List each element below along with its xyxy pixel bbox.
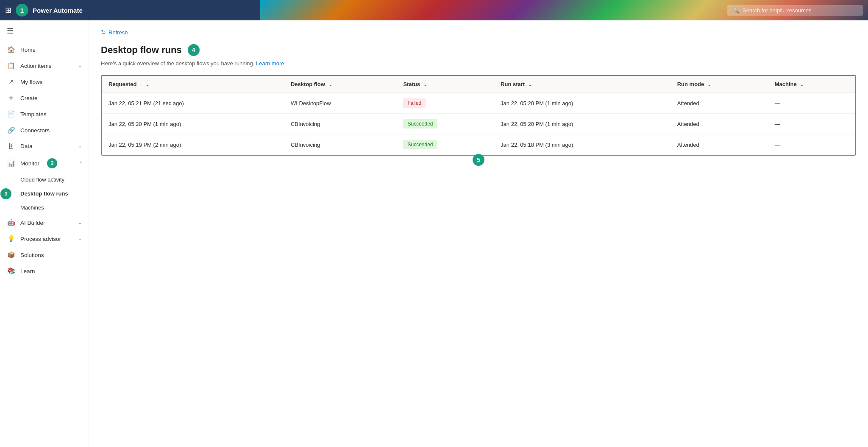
- table-row[interactable]: Jan 22, 05:20 PM (1 min ago) CBInvoicing…: [102, 114, 855, 134]
- sidebar-item-monitor[interactable]: 📊 Monitor 2 ^: [0, 154, 89, 173]
- home-icon: 🏠: [7, 46, 15, 53]
- cell-machine-1: —: [768, 114, 855, 134]
- process-advisor-icon: 💡: [7, 235, 15, 243]
- sidebar-sub-item-cloud-flow-activity[interactable]: Cloud flow activity: [0, 173, 89, 187]
- chevron-down-icon: ⌄: [145, 82, 149, 87]
- learn-icon: 📚: [7, 267, 15, 275]
- connectors-icon: 🔗: [7, 126, 15, 134]
- page-title: Desktop flow runs: [101, 45, 182, 56]
- main-layout: ☰ 🏠 Home 📋 Action items ⌄ ↗ My flows + C…: [0, 20, 868, 447]
- sidebar: ☰ 🏠 Home 📋 Action items ⌄ ↗ My flows + C…: [0, 20, 89, 447]
- chevron-down-icon: ⌄: [423, 82, 427, 87]
- sidebar-sub-item-desktop-flow-runs[interactable]: 3 Desktop flow runs: [0, 187, 89, 201]
- cloud-flow-activity-label: Cloud flow activity: [20, 176, 64, 183]
- search-input[interactable]: [743, 7, 858, 14]
- sidebar-label-solutions: Solutions: [20, 252, 44, 258]
- cell-requested-0: Jan 22, 05:21 PM (21 sec ago): [102, 93, 284, 114]
- step4-badge: 4: [188, 44, 200, 56]
- status-badge: Succeeded: [403, 119, 437, 129]
- page-subtitle: Here's a quick overview of the desktop f…: [101, 60, 856, 67]
- app-title: Power Automate: [33, 7, 83, 14]
- sidebar-label-process-advisor: Process advisor: [20, 236, 61, 242]
- sidebar-item-process-advisor[interactable]: 💡 Process advisor ⌄: [0, 231, 89, 247]
- sidebar-label-data: Data: [20, 143, 33, 149]
- status-badge: Failed: [403, 98, 426, 108]
- solutions-icon: 📦: [7, 251, 15, 259]
- chevron-down-icon: ⌄: [528, 82, 532, 87]
- my-flows-icon: ↗: [7, 78, 15, 86]
- content-area: ↻ Refresh Desktop flow runs 4 Here's a q…: [89, 20, 868, 447]
- sidebar-label-create: Create: [20, 95, 38, 101]
- col-header-status[interactable]: Status ⌄: [396, 76, 494, 93]
- cell-desktop-flow-0: WLDesktopFlow: [284, 93, 396, 114]
- refresh-button[interactable]: ↻ Refresh: [101, 29, 128, 36]
- sidebar-item-connectors[interactable]: 🔗 Connectors: [0, 122, 89, 138]
- machines-label: Machines: [20, 204, 44, 211]
- waffle-icon[interactable]: ⊞: [5, 6, 11, 15]
- sidebar-label-monitor: Monitor: [20, 160, 39, 167]
- sidebar-item-create[interactable]: + Create: [0, 90, 89, 106]
- table-row[interactable]: Jan 22, 05:21 PM (21 sec ago) WLDesktopF…: [102, 93, 855, 114]
- monitor-badge: 2: [47, 158, 57, 168]
- topbar: ⊞ 1 Power Automate 🔍: [0, 0, 868, 20]
- cell-run-mode-1: Attended: [670, 114, 768, 134]
- sidebar-label-templates: Templates: [20, 111, 47, 117]
- learn-more-link[interactable]: Learn more: [256, 60, 284, 67]
- cell-run-mode-0: Attended: [670, 93, 768, 114]
- chevron-up-icon: ^: [80, 161, 82, 166]
- chevron-down-icon: ⌄: [78, 220, 82, 226]
- monitor-icon: 📊: [7, 159, 15, 167]
- search-bar[interactable]: 🔍: [727, 5, 863, 16]
- action-items-icon: 📋: [7, 62, 15, 70]
- sidebar-item-my-flows[interactable]: ↗ My flows: [0, 74, 89, 90]
- cell-machine-0: —: [768, 93, 855, 114]
- table-header-row: Requested ↓ ⌄ Desktop flow ⌄ Status ⌄: [102, 76, 855, 93]
- data-icon: 🗄: [7, 142, 15, 150]
- desktop-flow-runs-table: Requested ↓ ⌄ Desktop flow ⌄ Status ⌄: [102, 76, 855, 155]
- chevron-down-icon: ⌄: [78, 143, 82, 149]
- sidebar-item-action-items[interactable]: 📋 Action items ⌄: [0, 58, 89, 74]
- sidebar-label-home: Home: [20, 47, 36, 53]
- chevron-down-icon: ⌄: [800, 82, 804, 87]
- cell-run-start-1: Jan 22, 05:20 PM (1 min ago): [494, 114, 670, 134]
- cell-status-1: Succeeded: [396, 114, 494, 134]
- search-icon: 🔍: [732, 7, 739, 14]
- sidebar-label-my-flows: My flows: [20, 79, 43, 85]
- desktop-flow-runs-label: Desktop flow runs: [20, 190, 68, 197]
- refresh-icon: ↻: [101, 29, 106, 36]
- sidebar-item-templates[interactable]: 📄 Templates: [0, 106, 89, 122]
- create-icon: +: [7, 94, 15, 102]
- sidebar-label-connectors: Connectors: [20, 127, 50, 134]
- status-badge: Succeeded: [403, 140, 437, 149]
- sidebar-sub-item-machines[interactable]: Machines: [0, 201, 89, 215]
- sidebar-label-learn: Learn: [20, 268, 35, 274]
- chevron-down-icon: ⌄: [707, 82, 711, 87]
- sidebar-collapse-button[interactable]: ☰: [0, 20, 89, 42]
- col-header-desktop-flow[interactable]: Desktop flow ⌄: [284, 76, 396, 93]
- step5-badge: 5: [473, 154, 484, 166]
- sidebar-item-solutions[interactable]: 📦 Solutions: [0, 247, 89, 263]
- refresh-label: Refresh: [108, 29, 128, 36]
- col-header-requested[interactable]: Requested ↓ ⌄: [102, 76, 284, 93]
- cell-run-start-0: Jan 22, 05:20 PM (1 min ago): [494, 93, 670, 114]
- table-container: Requested ↓ ⌄ Desktop flow ⌄ Status ⌄: [101, 75, 856, 156]
- sort-icon: ↓: [140, 82, 142, 87]
- ai-builder-icon: 🤖: [7, 219, 15, 226]
- col-header-run-start[interactable]: Run start ⌄: [494, 76, 670, 93]
- cell-requested-1: Jan 22, 05:20 PM (1 min ago): [102, 114, 284, 134]
- chevron-down-icon: ⌄: [78, 236, 82, 242]
- sidebar-label-ai-builder: AI Builder: [20, 220, 45, 226]
- chevron-down-icon: ⌄: [78, 63, 82, 69]
- col-header-machine[interactable]: Machine ⌄: [768, 76, 855, 93]
- sidebar-label-action-items: Action items: [20, 63, 52, 69]
- sidebar-item-learn[interactable]: 📚 Learn: [0, 263, 89, 279]
- templates-icon: 📄: [7, 110, 15, 118]
- chevron-down-icon: ⌄: [328, 82, 332, 87]
- step3-badge: 3: [0, 188, 11, 199]
- sidebar-item-data[interactable]: 🗄 Data ⌄: [0, 138, 89, 154]
- cell-desktop-flow-1: CBInvoicing: [284, 114, 396, 134]
- step1-badge: 1: [16, 4, 28, 17]
- col-header-run-mode[interactable]: Run mode ⌄: [670, 76, 768, 93]
- sidebar-item-ai-builder[interactable]: 🤖 AI Builder ⌄: [0, 215, 89, 231]
- sidebar-item-home[interactable]: 🏠 Home: [0, 42, 89, 58]
